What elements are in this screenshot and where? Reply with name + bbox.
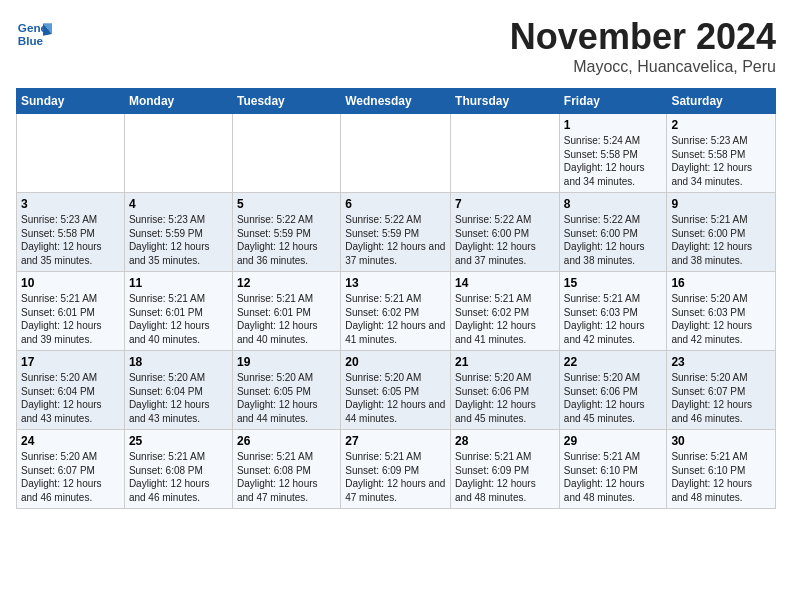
day-info: Sunrise: 5:20 AM Sunset: 6:06 PM Dayligh…: [455, 371, 555, 425]
calendar-table: SundayMondayTuesdayWednesdayThursdayFrid…: [16, 88, 776, 509]
logo: General Blue: [16, 16, 52, 52]
calendar-cell: 10Sunrise: 5:21 AM Sunset: 6:01 PM Dayli…: [17, 272, 125, 351]
day-info: Sunrise: 5:21 AM Sunset: 6:01 PM Dayligh…: [129, 292, 228, 346]
calendar-cell: 30Sunrise: 5:21 AM Sunset: 6:10 PM Dayli…: [667, 430, 776, 509]
day-info: Sunrise: 5:22 AM Sunset: 6:00 PM Dayligh…: [564, 213, 663, 267]
day-number: 2: [671, 118, 771, 132]
calendar-cell: 13Sunrise: 5:21 AM Sunset: 6:02 PM Dayli…: [341, 272, 451, 351]
day-info: Sunrise: 5:21 AM Sunset: 6:10 PM Dayligh…: [564, 450, 663, 504]
day-number: 14: [455, 276, 555, 290]
day-info: Sunrise: 5:21 AM Sunset: 6:10 PM Dayligh…: [671, 450, 771, 504]
day-info: Sunrise: 5:21 AM Sunset: 6:08 PM Dayligh…: [237, 450, 336, 504]
day-number: 17: [21, 355, 120, 369]
calendar-cell: 5Sunrise: 5:22 AM Sunset: 5:59 PM Daylig…: [232, 193, 340, 272]
day-info: Sunrise: 5:20 AM Sunset: 6:04 PM Dayligh…: [21, 371, 120, 425]
day-info: Sunrise: 5:22 AM Sunset: 6:00 PM Dayligh…: [455, 213, 555, 267]
day-number: 21: [455, 355, 555, 369]
day-info: Sunrise: 5:23 AM Sunset: 5:58 PM Dayligh…: [671, 134, 771, 188]
calendar-cell: 29Sunrise: 5:21 AM Sunset: 6:10 PM Dayli…: [559, 430, 667, 509]
calendar-cell: 8Sunrise: 5:22 AM Sunset: 6:00 PM Daylig…: [559, 193, 667, 272]
day-info: Sunrise: 5:20 AM Sunset: 6:07 PM Dayligh…: [21, 450, 120, 504]
day-info: Sunrise: 5:21 AM Sunset: 6:08 PM Dayligh…: [129, 450, 228, 504]
calendar-cell: 2Sunrise: 5:23 AM Sunset: 5:58 PM Daylig…: [667, 114, 776, 193]
day-info: Sunrise: 5:20 AM Sunset: 6:03 PM Dayligh…: [671, 292, 771, 346]
calendar-cell: 28Sunrise: 5:21 AM Sunset: 6:09 PM Dayli…: [451, 430, 560, 509]
day-info: Sunrise: 5:22 AM Sunset: 5:59 PM Dayligh…: [345, 213, 446, 267]
day-info: Sunrise: 5:20 AM Sunset: 6:06 PM Dayligh…: [564, 371, 663, 425]
day-number: 3: [21, 197, 120, 211]
calendar-cell: [17, 114, 125, 193]
calendar-cell: 6Sunrise: 5:22 AM Sunset: 5:59 PM Daylig…: [341, 193, 451, 272]
day-number: 12: [237, 276, 336, 290]
day-number: 28: [455, 434, 555, 448]
day-number: 15: [564, 276, 663, 290]
day-number: 24: [21, 434, 120, 448]
calendar-cell: [341, 114, 451, 193]
logo-icon: General Blue: [16, 16, 52, 52]
title-block: November 2024 Mayocc, Huancavelica, Peru: [510, 16, 776, 76]
weekday-header-tuesday: Tuesday: [232, 89, 340, 114]
day-number: 23: [671, 355, 771, 369]
day-info: Sunrise: 5:21 AM Sunset: 6:09 PM Dayligh…: [455, 450, 555, 504]
calendar-cell: 21Sunrise: 5:20 AM Sunset: 6:06 PM Dayli…: [451, 351, 560, 430]
day-number: 16: [671, 276, 771, 290]
calendar-cell: 3Sunrise: 5:23 AM Sunset: 5:58 PM Daylig…: [17, 193, 125, 272]
calendar-cell: 27Sunrise: 5:21 AM Sunset: 6:09 PM Dayli…: [341, 430, 451, 509]
day-info: Sunrise: 5:23 AM Sunset: 5:58 PM Dayligh…: [21, 213, 120, 267]
day-number: 1: [564, 118, 663, 132]
calendar-cell: 17Sunrise: 5:20 AM Sunset: 6:04 PM Dayli…: [17, 351, 125, 430]
day-number: 18: [129, 355, 228, 369]
day-number: 19: [237, 355, 336, 369]
calendar-cell: 20Sunrise: 5:20 AM Sunset: 6:05 PM Dayli…: [341, 351, 451, 430]
day-info: Sunrise: 5:24 AM Sunset: 5:58 PM Dayligh…: [564, 134, 663, 188]
day-info: Sunrise: 5:20 AM Sunset: 6:04 PM Dayligh…: [129, 371, 228, 425]
day-number: 5: [237, 197, 336, 211]
calendar-cell: [232, 114, 340, 193]
calendar-cell: 4Sunrise: 5:23 AM Sunset: 5:59 PM Daylig…: [124, 193, 232, 272]
weekday-header-saturday: Saturday: [667, 89, 776, 114]
calendar-cell: 12Sunrise: 5:21 AM Sunset: 6:01 PM Dayli…: [232, 272, 340, 351]
day-number: 8: [564, 197, 663, 211]
location: Mayocc, Huancavelica, Peru: [510, 58, 776, 76]
calendar-cell: 19Sunrise: 5:20 AM Sunset: 6:05 PM Dayli…: [232, 351, 340, 430]
day-info: Sunrise: 5:22 AM Sunset: 5:59 PM Dayligh…: [237, 213, 336, 267]
day-info: Sunrise: 5:20 AM Sunset: 6:05 PM Dayligh…: [345, 371, 446, 425]
day-info: Sunrise: 5:21 AM Sunset: 6:02 PM Dayligh…: [345, 292, 446, 346]
weekday-header-sunday: Sunday: [17, 89, 125, 114]
calendar-cell: 15Sunrise: 5:21 AM Sunset: 6:03 PM Dayli…: [559, 272, 667, 351]
day-number: 26: [237, 434, 336, 448]
weekday-header-friday: Friday: [559, 89, 667, 114]
calendar-cell: 25Sunrise: 5:21 AM Sunset: 6:08 PM Dayli…: [124, 430, 232, 509]
day-info: Sunrise: 5:21 AM Sunset: 6:09 PM Dayligh…: [345, 450, 446, 504]
day-number: 25: [129, 434, 228, 448]
calendar-cell: 22Sunrise: 5:20 AM Sunset: 6:06 PM Dayli…: [559, 351, 667, 430]
calendar-cell: [451, 114, 560, 193]
page-header: General Blue November 2024 Mayocc, Huanc…: [16, 16, 776, 76]
calendar-cell: 23Sunrise: 5:20 AM Sunset: 6:07 PM Dayli…: [667, 351, 776, 430]
day-number: 13: [345, 276, 446, 290]
weekday-header-monday: Monday: [124, 89, 232, 114]
weekday-header-wednesday: Wednesday: [341, 89, 451, 114]
day-number: 20: [345, 355, 446, 369]
day-number: 11: [129, 276, 228, 290]
calendar-cell: 16Sunrise: 5:20 AM Sunset: 6:03 PM Dayli…: [667, 272, 776, 351]
day-number: 4: [129, 197, 228, 211]
calendar-cell: [124, 114, 232, 193]
day-info: Sunrise: 5:21 AM Sunset: 6:03 PM Dayligh…: [564, 292, 663, 346]
month-title: November 2024: [510, 16, 776, 58]
day-info: Sunrise: 5:21 AM Sunset: 6:01 PM Dayligh…: [237, 292, 336, 346]
day-info: Sunrise: 5:20 AM Sunset: 6:07 PM Dayligh…: [671, 371, 771, 425]
calendar-cell: 26Sunrise: 5:21 AM Sunset: 6:08 PM Dayli…: [232, 430, 340, 509]
day-info: Sunrise: 5:20 AM Sunset: 6:05 PM Dayligh…: [237, 371, 336, 425]
day-number: 9: [671, 197, 771, 211]
calendar-cell: 18Sunrise: 5:20 AM Sunset: 6:04 PM Dayli…: [124, 351, 232, 430]
day-number: 7: [455, 197, 555, 211]
calendar-cell: 9Sunrise: 5:21 AM Sunset: 6:00 PM Daylig…: [667, 193, 776, 272]
day-info: Sunrise: 5:21 AM Sunset: 6:01 PM Dayligh…: [21, 292, 120, 346]
calendar-cell: 11Sunrise: 5:21 AM Sunset: 6:01 PM Dayli…: [124, 272, 232, 351]
day-info: Sunrise: 5:23 AM Sunset: 5:59 PM Dayligh…: [129, 213, 228, 267]
day-info: Sunrise: 5:21 AM Sunset: 6:02 PM Dayligh…: [455, 292, 555, 346]
calendar-cell: 14Sunrise: 5:21 AM Sunset: 6:02 PM Dayli…: [451, 272, 560, 351]
day-number: 30: [671, 434, 771, 448]
day-number: 6: [345, 197, 446, 211]
